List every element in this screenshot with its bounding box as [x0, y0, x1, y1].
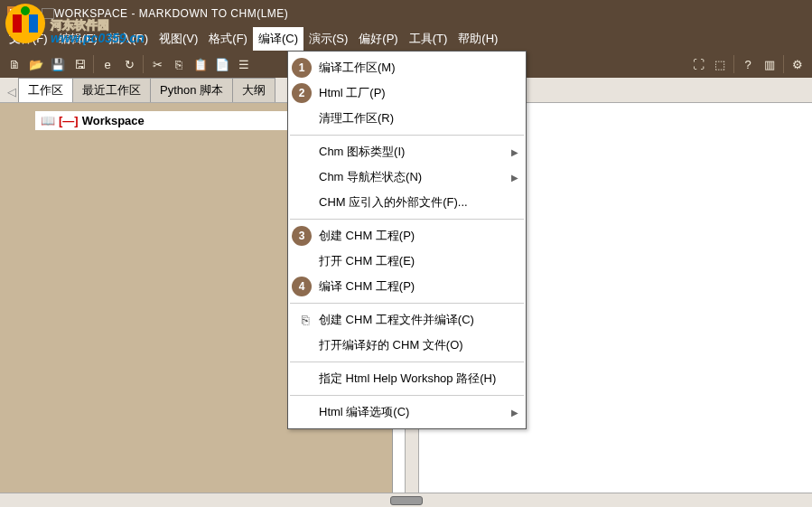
menu-item-17[interactable]: Html 编译选项(C)▶	[288, 399, 526, 425]
save-all-icon[interactable]: 🖫	[70, 54, 89, 74]
menu-item-1[interactable]: 2Html 工厂(P)	[288, 80, 526, 106]
open-folder-icon[interactable]: 📂	[26, 54, 46, 74]
menu-item-label: Html 工厂(P)	[319, 85, 518, 101]
menu-3[interactable]: 视图(V)	[154, 27, 203, 51]
menu-item-label: Chm 图标类型(I)	[319, 144, 511, 160]
menu-5[interactable]: 编译(C)	[253, 27, 303, 51]
help-icon[interactable]: ?	[738, 54, 758, 74]
menu-item-label: 编译 CHM 工程(P)	[319, 278, 518, 295]
tab-3[interactable]: 大纲	[232, 78, 275, 102]
menu-separator	[290, 395, 524, 396]
menu-4[interactable]: 格式(F)	[203, 27, 253, 51]
tab-1[interactable]: 最近工作区	[72, 78, 151, 102]
badge-icon: 2	[292, 83, 312, 103]
menu-2[interactable]: 插入(R)	[103, 27, 154, 51]
menu-6[interactable]: 演示(S)	[303, 27, 353, 51]
menu-item-12[interactable]: ⎘创建 CHM 工程文件并编译(C)	[288, 307, 526, 333]
badge-icon: 4	[292, 277, 312, 296]
cut-icon[interactable]: ✂	[147, 54, 167, 74]
menu-separator	[290, 361, 524, 362]
menu-1[interactable]: 编辑(E)	[53, 27, 103, 51]
menu-item-6[interactable]: CHM 应引入的外部文件(F)...	[288, 190, 526, 215]
menu-9[interactable]: 帮助(H)	[453, 27, 503, 51]
tool-icon[interactable]: ⚙	[788, 54, 807, 74]
book-icon: 📖	[41, 114, 55, 127]
menu-item-0[interactable]: 1编译工作区(M)	[288, 55, 526, 80]
layout-icon[interactable]: ⬚	[710, 54, 730, 74]
menu-item-label: Html 编译选项(C)	[319, 404, 511, 420]
menu-0[interactable]: 文件(F)	[4, 27, 53, 51]
menu-item-label: 清理工作区(R)	[319, 110, 518, 127]
compile-menu-dropdown: 1编译工作区(M)2Html 工厂(P)清理工作区(R)Chm 图标类型(I)▶…	[287, 51, 527, 429]
titlebar: WORKSPACE - MARKDOWN TO CHM(LME)	[0, 0, 812, 27]
columns-icon[interactable]: ▥	[760, 54, 779, 74]
menu-item-13[interactable]: 打开编译好的 CHM 文件(O)	[288, 333, 526, 358]
copy-icon[interactable]: ⎘	[169, 54, 189, 74]
menu-7[interactable]: 偏好(P)	[353, 27, 403, 51]
refresh-icon[interactable]: ↻	[119, 54, 139, 74]
badge-icon: 1	[292, 58, 312, 78]
menu-item-icon: ⎘	[302, 313, 309, 327]
menu-item-15[interactable]: 指定 Html Help Workshop 路径(H)	[288, 366, 526, 391]
save-icon[interactable]: 💾	[48, 54, 68, 74]
menu-8[interactable]: 工具(T)	[404, 27, 453, 51]
tab-2[interactable]: Python 脚本	[150, 78, 233, 102]
submenu-arrow-icon: ▶	[511, 173, 518, 183]
menu-item-label: 打开 CHM 工程(E)	[319, 253, 518, 269]
menu-item-4[interactable]: Chm 图标类型(I)▶	[288, 139, 526, 164]
clipboard-icon[interactable]: 📄	[212, 54, 232, 74]
menu-separator	[290, 135, 524, 136]
menu-separator	[290, 219, 524, 220]
svg-rect-5	[10, 9, 19, 18]
fullscreen-icon[interactable]: ⛶	[688, 54, 708, 74]
tab-scroll-left-icon[interactable]: ◁	[5, 80, 18, 102]
menu-item-8[interactable]: 3创建 CHM 工程(P)	[288, 223, 526, 249]
menu-item-label: 创建 CHM 工程(P)	[319, 228, 518, 244]
menu-item-label: 打开编译好的 CHM 文件(O)	[319, 337, 518, 353]
menu-item-10[interactable]: 4编译 CHM 工程(P)	[288, 274, 526, 299]
submenu-arrow-icon: ▶	[511, 408, 518, 418]
list-icon[interactable]: ☰	[234, 54, 254, 74]
menu-item-label: 创建 CHM 工程文件并编译(C)	[319, 312, 518, 328]
tree-tag: [—]	[59, 114, 79, 127]
new-file-icon[interactable]: 🗎	[5, 54, 24, 74]
tree-label: Workspace	[82, 114, 145, 127]
app-icon	[7, 6, 22, 21]
browser-icon[interactable]: e	[98, 54, 117, 74]
menu-item-label: Chm 导航栏状态(N)	[319, 169, 511, 185]
paste-icon[interactable]: 📋	[191, 54, 210, 74]
menu-separator	[290, 303, 524, 304]
tab-0[interactable]: 工作区	[18, 78, 73, 102]
window-title: WORKSPACE - MARKDOWN TO CHM(LME)	[54, 7, 288, 20]
horizontal-splitter[interactable]	[0, 493, 812, 507]
menu-item-9[interactable]: 打开 CHM 工程(E)	[288, 249, 526, 274]
menubar: 文件(F)编辑(E)插入(R)视图(V)格式(F)编译(C)演示(S)偏好(P)…	[0, 27, 812, 51]
menu-item-5[interactable]: Chm 导航栏状态(N)▶	[288, 164, 526, 190]
menu-item-label: 指定 Html Help Workshop 路径(H)	[319, 371, 518, 387]
submenu-arrow-icon: ▶	[511, 147, 518, 157]
menu-item-label: 编译工作区(M)	[319, 60, 518, 76]
badge-icon: 3	[292, 226, 312, 246]
menu-item-2[interactable]: 清理工作区(R)	[288, 106, 526, 131]
menu-item-label: CHM 应引入的外部文件(F)...	[319, 194, 518, 211]
